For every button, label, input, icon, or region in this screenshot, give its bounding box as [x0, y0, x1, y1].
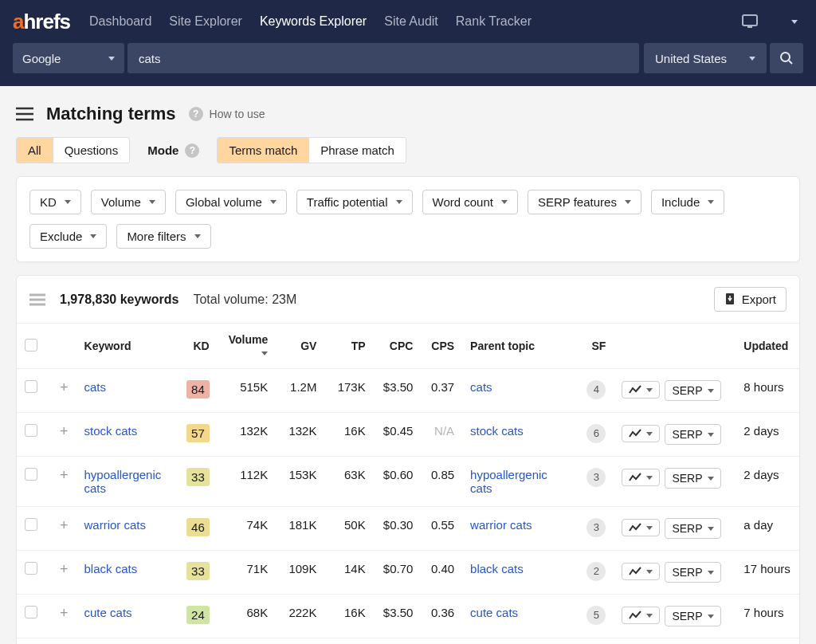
expand-icon[interactable]: + — [60, 423, 69, 439]
keyword-link[interactable]: hypoallergenic cats — [76, 457, 179, 507]
parent-topic-link[interactable]: cute cats — [462, 595, 579, 638]
chevron-down-icon — [65, 200, 71, 204]
col-tp[interactable]: TP — [324, 324, 373, 369]
parent-topic-link[interactable]: warrior cats — [462, 507, 579, 551]
nav-rank-tracker[interactable]: Rank Tracker — [456, 14, 532, 29]
row-checkbox[interactable] — [25, 424, 37, 437]
updated-value: 8 hours — [736, 369, 799, 413]
filter-kd[interactable]: KD — [29, 190, 81, 214]
parent-topic-link[interactable]: black cats — [462, 551, 579, 595]
filter-word-count[interactable]: Word count — [422, 190, 518, 214]
mode-label: Mode ? — [147, 143, 199, 158]
trend-button[interactable] — [622, 469, 660, 486]
parent-topic-link[interactable]: how long do cats live — [462, 638, 579, 645]
chevron-down-icon — [646, 570, 653, 574]
col-gv[interactable]: GV — [276, 324, 324, 369]
serp-button[interactable]: SERP — [665, 606, 720, 626]
help-icon[interactable]: ? — [185, 143, 199, 158]
updated-value: 17 hours — [736, 551, 799, 595]
parent-topic-link[interactable]: cats — [462, 369, 579, 413]
expand-icon[interactable]: + — [60, 467, 69, 483]
sidebar-toggle-icon[interactable] — [16, 107, 33, 121]
expand-icon[interactable]: + — [60, 561, 69, 577]
trend-button[interactable] — [622, 381, 660, 399]
filter-include[interactable]: Include — [651, 190, 724, 214]
col-sf[interactable]: SF — [579, 324, 614, 369]
col-cps[interactable]: CPS — [421, 324, 462, 369]
serp-button[interactable]: SERP — [665, 518, 720, 539]
col-cpc[interactable]: CPC — [374, 324, 422, 369]
search-button[interactable] — [770, 43, 803, 73]
scope-questions[interactable]: Questions — [53, 138, 130, 163]
filter-exclude[interactable]: Exclude — [29, 224, 107, 249]
row-checkbox[interactable] — [25, 468, 37, 481]
col-keyword[interactable]: Keyword — [76, 324, 179, 369]
serp-button[interactable]: SERP — [665, 562, 720, 583]
density-icon[interactable] — [29, 293, 45, 306]
nav-site-explorer[interactable]: Site Explorer — [169, 14, 242, 29]
chevron-down-icon — [708, 389, 714, 393]
chevron-down-icon — [646, 526, 653, 530]
row-checkbox[interactable] — [25, 606, 37, 618]
filter-more-filters[interactable]: More filters — [116, 224, 210, 249]
serp-button[interactable]: SERP — [665, 468, 720, 489]
gv-value: 132K — [276, 413, 324, 457]
select-all-checkbox[interactable] — [25, 339, 37, 351]
keyword-link[interactable]: stock cats — [76, 413, 179, 457]
keyword-link[interactable]: warrior cats — [76, 507, 179, 551]
keyword-link[interactable]: black cats — [76, 551, 179, 595]
trend-button[interactable] — [622, 607, 660, 624]
tp-value: 8.0K — [324, 638, 373, 645]
nav-site-audit[interactable]: Site Audit — [384, 14, 438, 29]
col-parent[interactable]: Parent topic — [462, 324, 579, 369]
export-label: Export — [742, 293, 776, 306]
table-row: +cute cats2468K222K16K$3.500.36cute cats… — [17, 595, 799, 638]
nav-keywords-explorer[interactable]: Keywords Explorer — [260, 14, 367, 29]
filter-global-volume[interactable]: Global volume — [175, 190, 287, 214]
expand-icon[interactable]: + — [60, 605, 69, 621]
search-engine-value: Google — [22, 52, 61, 65]
serp-button[interactable]: SERP — [665, 380, 720, 401]
kd-badge: 33 — [186, 562, 210, 580]
col-updated[interactable]: Updated — [736, 324, 799, 369]
search-query-value: cats — [139, 52, 161, 65]
country-select[interactable]: United States — [644, 43, 767, 73]
table-row: +cats84515K1.2M173K$3.500.37cats4SERP8 h… — [17, 369, 799, 413]
filter-volume[interactable]: Volume — [91, 190, 166, 214]
logo[interactable]: ahrefs — [13, 10, 70, 34]
account-menu-caret[interactable] — [786, 14, 803, 29]
filter-serp-features[interactable]: SERP features — [528, 190, 641, 214]
scope-all[interactable]: All — [17, 138, 53, 163]
keyword-link[interactable]: cats — [76, 369, 179, 413]
row-checkbox[interactable] — [25, 562, 37, 575]
search-engine-select[interactable]: Google — [13, 43, 124, 73]
col-kd[interactable]: KD — [178, 324, 218, 369]
filter-traffic-potential[interactable]: Traffic potential — [296, 190, 413, 214]
keyword-search-input[interactable]: cats — [128, 43, 639, 73]
parent-topic-link[interactable]: stock cats — [462, 413, 579, 457]
expand-icon[interactable]: + — [60, 517, 69, 533]
gv-value: 181K — [276, 507, 324, 551]
parent-topic-link[interactable]: hypoallergenic cats — [462, 457, 579, 507]
logo-a: a — [13, 10, 23, 33]
mode-phrase-match[interactable]: Phrase match — [308, 138, 406, 163]
expand-icon[interactable]: + — [60, 379, 69, 395]
volume-value: 71K — [218, 551, 277, 595]
trend-button[interactable] — [622, 519, 660, 536]
mode-terms-match[interactable]: Terms match — [218, 138, 308, 163]
table-row: +stock cats57132K132K16K$0.45N/Astock ca… — [17, 413, 799, 457]
display-icon[interactable] — [741, 14, 759, 29]
trend-button[interactable] — [622, 563, 660, 580]
export-button[interactable]: Export — [714, 287, 787, 312]
updated-value: 7 hours — [736, 595, 799, 638]
sf-badge: 5 — [586, 606, 606, 625]
row-checkbox[interactable] — [25, 380, 37, 393]
keyword-link[interactable]: how long do cats live — [76, 638, 179, 645]
trend-button[interactable] — [622, 425, 660, 442]
col-volume[interactable]: Volume — [218, 324, 277, 369]
row-checkbox[interactable] — [25, 518, 37, 531]
serp-button[interactable]: SERP — [665, 424, 720, 445]
nav-dashboard[interactable]: Dashboard — [89, 14, 151, 29]
how-to-use-link[interactable]: ? How to use — [189, 107, 265, 121]
keyword-link[interactable]: cute cats — [76, 595, 179, 638]
